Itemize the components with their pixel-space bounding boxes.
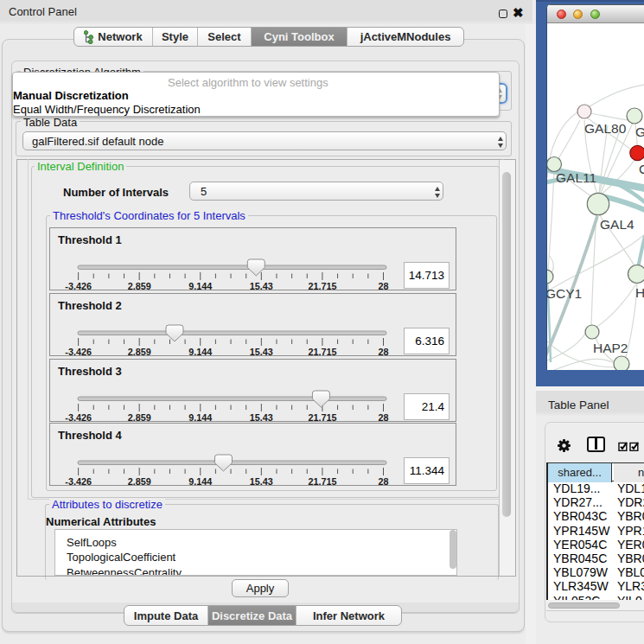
svg-text:H: H [635,285,644,300]
svg-text:2.859: 2.859 [128,281,151,291]
svg-text:15.43: 15.43 [250,412,273,423]
svg-text:2.859: 2.859 [128,412,151,423]
svg-text:28: 28 [378,281,388,291]
svg-text:GAL80: GAL80 [584,121,627,136]
svg-text:HAP2: HAP2 [593,341,628,355]
svg-text:28: 28 [378,347,388,357]
svg-text:9.144: 9.144 [188,347,212,357]
svg-text:28: 28 [378,476,388,487]
svg-text:C: C [639,162,644,176]
svg-text:9.144: 9.144 [188,476,212,487]
svg-text:-3.426: -3.426 [65,476,92,487]
svg-text:15.43: 15.43 [250,347,273,357]
svg-text:28: 28 [378,412,388,423]
svg-text:-3.426: -3.426 [65,412,92,423]
svg-text:GCY1: GCY1 [547,286,582,301]
svg-text:9.144: 9.144 [188,281,212,291]
svg-text:21.715: 21.715 [308,281,336,291]
svg-text:-3.426: -3.426 [65,347,92,357]
svg-text:15.43: 15.43 [250,476,273,487]
svg-text:2.859: 2.859 [128,476,151,487]
svg-text:9.144: 9.144 [188,412,212,423]
svg-text:GAL: GAL [635,124,644,139]
svg-text:GAL4: GAL4 [600,217,634,232]
svg-text:2.859: 2.859 [128,347,151,357]
svg-text:15.43: 15.43 [250,281,273,291]
svg-text:GAL11: GAL11 [556,170,596,185]
svg-text:21.715: 21.715 [308,476,336,487]
svg-text:21.715: 21.715 [308,347,336,357]
svg-text:21.715: 21.715 [308,412,336,423]
svg-text:-3.426: -3.426 [65,281,92,291]
